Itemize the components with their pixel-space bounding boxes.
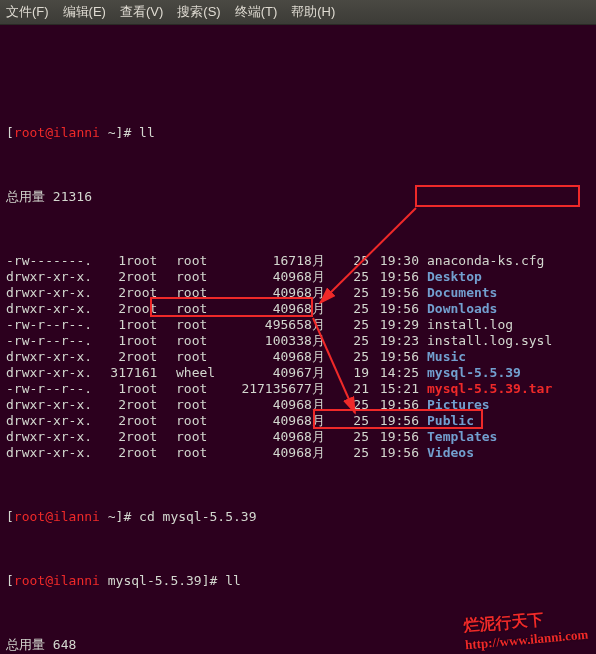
listing-row: drwxr-xr-x.2 rootroot4096 8月2519:56Downl… (6, 301, 590, 317)
listing-row: drwxr-xr-x.2 rootroot4096 8月2519:56Publi… (6, 413, 590, 429)
file-name: install.log.sysl (419, 333, 590, 349)
command-ll-2: ll (225, 573, 241, 588)
listing-row: drwxr-xr-x.2 rootroot4096 8月2519:56Templ… (6, 429, 590, 445)
total-line-1: 总用量 21316 (6, 189, 590, 205)
file-name: install.log (419, 317, 590, 333)
menubar: 文件(F) 编辑(E) 查看(V) 搜索(S) 终端(T) 帮助(H) (0, 0, 596, 25)
file-name: Pictures (419, 397, 590, 413)
file-name: Public (419, 413, 590, 429)
file-name: Documents (419, 285, 590, 301)
listing-row: drwxr-xr-x.2 rootroot4096 8月2519:56Deskt… (6, 269, 590, 285)
blank-line (6, 61, 590, 77)
file-name: anaconda-ks.cfg (419, 253, 590, 269)
listing-row: drwxr-xr-x.2 rootroot4096 8月2519:56Docum… (6, 285, 590, 301)
listing-row: drwxr-xr-x.2 rootroot4096 8月2519:56Music (6, 349, 590, 365)
menu-search[interactable]: 搜索(S) (177, 3, 220, 21)
command-cd: cd mysql-5.5.39 (139, 509, 256, 524)
file-name: Templates (419, 429, 590, 445)
menu-edit[interactable]: 编辑(E) (63, 3, 106, 21)
listing-row: drwxr-xr-x.31 7161wheel4096 7月1914:25mys… (6, 365, 590, 381)
menu-help[interactable]: 帮助(H) (291, 3, 335, 21)
prompt-line-3: [root@ilanni mysql-5.5.39]# ll (6, 573, 590, 589)
listing-row: -rw-r--r--.1 rootroot21713567 7月2115:21m… (6, 381, 590, 397)
listing-row: -rw-r--r--.1 rootroot10033 8月2519:23inst… (6, 333, 590, 349)
menu-view[interactable]: 查看(V) (120, 3, 163, 21)
prompt-line-2: [root@ilanni ~]# cd mysql-5.5.39 (6, 509, 590, 525)
menu-file[interactable]: 文件(F) (6, 3, 49, 21)
command-ll-1: ll (139, 125, 155, 140)
listing-row: -rw-------.1 rootroot1671 8月2519:30anaco… (6, 253, 590, 269)
file-name: Downloads (419, 301, 590, 317)
file-name: Desktop (419, 269, 590, 285)
listing-row: drwxr-xr-x.2 rootroot4096 8月2519:56Video… (6, 445, 590, 461)
menu-terminal[interactable]: 终端(T) (235, 3, 278, 21)
file-name: mysql-5.5.39 (419, 365, 590, 381)
file-name: mysql-5.5.39.tar (419, 381, 590, 397)
prompt-line-1: [root@ilanni ~]# ll (6, 125, 590, 141)
listing-row: -rw-r--r--.1 rootroot49565 8月2519:29inst… (6, 317, 590, 333)
file-name: Music (419, 349, 590, 365)
terminal-area[interactable]: [root@ilanni ~]# ll 总用量 21316 -rw-------… (0, 25, 596, 654)
file-name: Videos (419, 445, 590, 461)
listing-row: drwxr-xr-x.2 rootroot4096 8月2519:56Pictu… (6, 397, 590, 413)
